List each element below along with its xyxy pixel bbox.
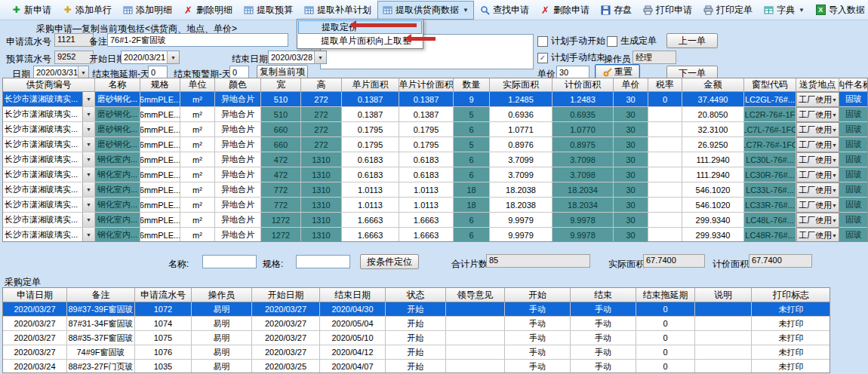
table-cell[interactable]: 1310 (301, 152, 342, 167)
generate-order-checkbox[interactable]: 生成定单 (607, 35, 657, 48)
table-cell[interactable]: 易明 (192, 345, 252, 360)
chevron-down-icon[interactable]: ▼ (82, 182, 94, 197)
table-cell[interactable]: 1.2483 (553, 92, 614, 107)
table-cell[interactable]: 272 (301, 122, 342, 137)
table-cell[interactable]: 510 (261, 107, 301, 122)
table-cell[interactable]: 手动 (571, 302, 636, 317)
table-cell[interactable]: 磨砂钢化... (95, 92, 140, 107)
table-cell[interactable]: 1.0113 (342, 182, 399, 198)
chevron-down-icon[interactable]: ▼ (82, 122, 94, 136)
menu-item[interactable]: 提取定价 (298, 20, 422, 34)
table-cell[interactable]: 3.7099 (490, 152, 553, 167)
table-cell[interactable]: 易明 (192, 317, 252, 331)
table-cell[interactable]: 272 (301, 92, 342, 107)
table-row[interactable]: 长沙市潇湘玻璃实...▼磨砂钢化...6mmPLE...m²异地合片510272… (3, 92, 867, 107)
table-cell[interactable]: m² (180, 152, 215, 167)
table-cell[interactable]: 长沙市潇湘玻璃实...▼ (3, 122, 95, 137)
table-cell[interactable]: 0.1387 (399, 107, 454, 122)
table-cell[interactable]: 0.6183 (342, 167, 399, 182)
table-cell[interactable]: 固玻 (839, 167, 868, 182)
toolbar-print-order-button[interactable]: 打印定单 (698, 1, 758, 20)
table-cell[interactable]: m² (180, 92, 215, 107)
toolbar-dictionary-button[interactable]: 字典▼ (759, 1, 810, 20)
end-date-select[interactable]: 2020/03/28▼ (268, 51, 327, 64)
table-cell[interactable]: 0.8975 (553, 137, 614, 152)
table-cell[interactable]: 3.7098 (553, 167, 614, 182)
table-cell[interactable]: 长沙市潇湘玻璃实...▼ (3, 228, 95, 242)
table-cell[interactable]: m² (180, 198, 215, 213)
table-cell[interactable]: 6 (454, 122, 490, 137)
table-cell[interactable]: 772 (261, 182, 301, 198)
remark-input[interactable] (107, 33, 288, 47)
menu-item[interactable]: 提取单片面积向上取整 (298, 34, 422, 48)
table-cell[interactable]: 0.1795 (342, 137, 399, 152)
locate-by-condition-button[interactable]: 按条件定位 (360, 254, 419, 269)
table-row[interactable]: 长沙市潇湘玻璃实...▼磨砂钢化...6mmPLE...m²异地合片660272… (3, 137, 867, 152)
table-cell[interactable]: 299.9340 (682, 213, 744, 228)
table-cell[interactable]: 磨砂钢化... (95, 107, 140, 122)
table-cell[interactable]: 长沙市潇湘玻璃实...▼ (3, 182, 95, 198)
table-cell[interactable] (695, 345, 752, 360)
plan-manual-end-checkbox[interactable]: ✓ 计划手动结束 (537, 51, 605, 64)
toolbar-search-request-button[interactable]: 查找申请 (475, 1, 534, 20)
table-cell[interactable]: 0.6183 (399, 167, 454, 182)
table-cell[interactable]: 2020/05/04 (320, 317, 386, 331)
locator-name-input[interactable] (202, 255, 257, 268)
table-cell[interactable] (648, 152, 682, 167)
table-cell[interactable]: 手动 (571, 331, 636, 345)
table-cell[interactable]: 2020/03/27 (3, 317, 67, 331)
table-row[interactable]: 长沙市潇湘玻璃实...▼钢化室内...6mmPLE...m²异地合片772131… (3, 182, 867, 198)
toolbar-add-detail-button[interactable]: 添加明细 (118, 1, 177, 20)
table-cell[interactable]: 74#9F窗固玻 (67, 345, 135, 360)
toolbar-extract-supplier-data-button[interactable]: 提取供货商数据▼ (377, 1, 474, 20)
table-cell[interactable]: 开始 (386, 302, 446, 317)
table-cell[interactable]: 5 (454, 107, 490, 122)
table-cell[interactable]: LC48L-76#... (744, 213, 796, 228)
table-cell[interactable]: LC2R-76#-1F (744, 107, 796, 122)
table-cell[interactable]: 111.2940 (682, 167, 744, 182)
table-cell[interactable]: 未打印 (752, 302, 830, 317)
toolbar-extract-supplement-plan-button[interactable]: 提取补单计划 (299, 1, 377, 20)
table-cell[interactable] (695, 317, 752, 331)
table-row[interactable]: 长沙市潇湘玻璃实...▼钢化室内...6mmPLE...m²异地合片472131… (3, 152, 867, 167)
table-cell[interactable]: 30 (614, 167, 648, 182)
table-cell[interactable]: 30 (614, 152, 648, 167)
table-cell[interactable]: 30 (614, 213, 648, 228)
table-cell[interactable]: 88#35-37F窗固玻 (67, 331, 135, 345)
table-cell[interactable]: 6mmPLE... (140, 198, 180, 213)
toolbar-new-request-button[interactable]: ✚新申请 (6, 1, 57, 20)
table-cell[interactable]: 6mmPLE... (140, 228, 180, 242)
table-row[interactable]: 长沙市潇湘玻璃实...▼磨砂钢化...6mmPLE...m²异地合片510272… (3, 107, 867, 122)
table-cell[interactable]: 手动 (571, 317, 636, 331)
table-cell[interactable]: 未打印 (752, 360, 830, 373)
table-cell[interactable]: 9.9978 (553, 213, 614, 228)
toolbar-delete-detail-button[interactable]: ✗删除明细 (178, 1, 238, 20)
table-cell[interactable] (648, 228, 682, 242)
toolbar-extract-budget-button[interactable]: 提取预算 (239, 1, 298, 20)
table-cell[interactable]: 0.1795 (399, 137, 454, 152)
table-cell[interactable]: 30 (614, 228, 648, 242)
table-cell[interactable]: LC30L-76#... (744, 152, 796, 167)
table-cell[interactable]: 1.6663 (399, 213, 454, 228)
table-cell[interactable]: 固玻 (839, 107, 868, 122)
table-cell[interactable]: 工厂使用▼ (796, 152, 839, 167)
table-cell[interactable] (695, 360, 752, 373)
table-cell[interactable]: 开始 (386, 317, 446, 331)
table-cell[interactable]: 长沙市潇湘玻璃实...▼ (3, 167, 95, 182)
table-cell[interactable]: 89#37-39F窗固玻 (67, 302, 135, 317)
chevron-down-icon[interactable]: ▼ (82, 92, 94, 106)
table-cell[interactable]: 工厂使用▼ (796, 213, 839, 228)
table-cell[interactable]: 0.1795 (342, 122, 399, 137)
table-cell[interactable]: 660 (261, 122, 301, 137)
table-cell[interactable]: 工厂使用▼ (796, 122, 839, 137)
table-cell[interactable]: 异地合片 (215, 137, 261, 152)
table-cell[interactable]: 异地合片 (215, 107, 261, 122)
table-cell[interactable] (446, 302, 505, 317)
toolbar-save-button[interactable]: 存盘 (596, 1, 637, 20)
table-cell[interactable]: 2020/03/27 (252, 302, 320, 317)
table-cell[interactable]: 88#23-27F门页玻 (67, 360, 135, 373)
table-cell[interactable]: 3.7099 (490, 167, 553, 182)
table-cell[interactable]: m² (180, 107, 215, 122)
chevron-down-icon[interactable]: ▼ (167, 51, 179, 63)
chevron-down-icon[interactable]: ▼ (82, 167, 94, 182)
